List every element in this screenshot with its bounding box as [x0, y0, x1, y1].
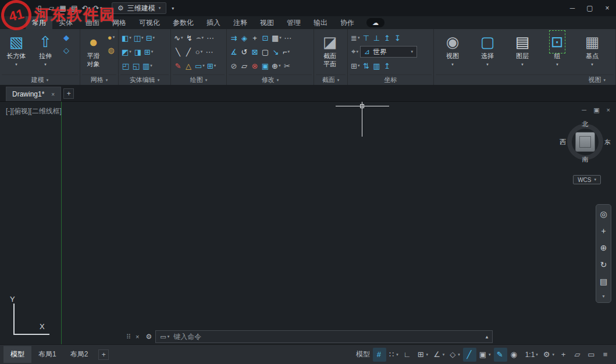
ucs-face-icon[interactable]: ↥▾ [382, 31, 392, 44]
circle-icon[interactable]: ○▾ [194, 45, 204, 58]
panel-label-view[interactable]: 视图▾ [436, 74, 614, 85]
ucs-icon[interactable]: ≣▾ [350, 31, 361, 44]
array-icon[interactable]: ▦▾ [270, 31, 283, 44]
grid-toggle[interactable]: # ▾ [373, 348, 386, 362]
qat-customize-button[interactable]: ▾ [172, 6, 174, 11]
move-icon[interactable]: +▾ [250, 31, 260, 44]
break-icon[interactable]: ✂▾ [282, 59, 292, 72]
clean-screen-toggle[interactable]: ▭ ▾ [585, 348, 599, 362]
viewcube-west[interactable]: 西 [560, 138, 566, 147]
orbit-icon[interactable]: ↻ [600, 260, 607, 269]
navbar-options-icon[interactable]: ▾ [602, 294, 604, 299]
close-button[interactable]: × [599, 0, 616, 16]
plot-icon[interactable]: ▤▾ [69, 2, 80, 15]
coordinate-system-select[interactable]: ⊿ 世界 ▾ [360, 46, 417, 58]
smooth-object-button[interactable]: ● 平滑 对象 [82, 31, 105, 74]
panel-label-solid-editing[interactable]: 实体编辑▾ [120, 74, 169, 85]
autotrack-toggle[interactable]: ╱ ▾ [463, 348, 476, 362]
command-input[interactable]: ▭▾ 键入命令 ▴ [155, 330, 493, 343]
recent-commands-icon[interactable]: ▭▾ [160, 333, 169, 341]
line-icon[interactable]: ↯▾ [184, 31, 194, 44]
explode-icon[interactable]: ▱▾ [239, 59, 250, 72]
viewport-restore-icon[interactable]: ▣ [593, 106, 599, 114]
panel-label-section[interactable]: 截面▾ [316, 74, 346, 85]
ucs-settings-icon[interactable]: ⊞▾ [350, 59, 361, 72]
minimize-button[interactable]: ─ [564, 0, 581, 16]
3d-scale-icon[interactable]: ⊡▾ [260, 31, 270, 44]
region-icon[interactable]: ⊞▾ [206, 59, 217, 72]
new-drawing-tab-button[interactable]: + [63, 88, 74, 99]
undo-icon[interactable]: ↶▾ [80, 2, 92, 15]
ucs-origin-icon[interactable]: ⌖▾ [350, 45, 360, 58]
annotation-scale-button[interactable]: 1:1 ▾ [522, 348, 540, 362]
panel-label-modify[interactable]: 修改▾ [229, 74, 312, 85]
showmotion-icon[interactable]: ▤ [600, 277, 607, 286]
pan-icon[interactable]: + [601, 226, 606, 235]
navigation-wheel-icon[interactable]: ◎ [600, 209, 607, 219]
ucs-world-icon[interactable]: ⊤▾ [361, 31, 371, 44]
drawing-tab[interactable]: Drawing1* × [6, 87, 61, 101]
viewport-close-icon[interactable]: × [607, 106, 610, 114]
new-file-icon[interactable]: ▯▾ [34, 2, 45, 15]
revolve-icon[interactable]: ◇▾ [61, 44, 72, 56]
selection-button[interactable]: ▢ 选择 ▾ [471, 31, 504, 74]
isodraft-toggle[interactable]: ◇ ▾ [447, 348, 462, 362]
dynamic-input-toggle[interactable]: ⊞ ▾ [415, 348, 430, 362]
layout1-tab[interactable]: 布局1 [31, 346, 63, 363]
viewport-controls-label[interactable]: [-][俯视][二维线框] [6, 106, 62, 116]
wcs-dropdown[interactable]: WCS ▾ [573, 175, 601, 184]
redo-icon[interactable]: ↷▾ [92, 2, 104, 15]
ribbon-tab[interactable]: 曲面 [79, 16, 106, 29]
draw-more-icon[interactable]: ⋯▾ [205, 31, 215, 44]
view-button[interactable]: ◉ 视图 ▾ [436, 31, 469, 74]
drag-handle-icon[interactable]: ⠿ [124, 333, 133, 341]
freehand-icon[interactable]: ✎▾ [173, 59, 183, 72]
ray-icon[interactable]: ╱▾ [183, 45, 194, 58]
selection-cycling-toggle[interactable]: ◉ ▾ [508, 348, 521, 362]
viewcube-south[interactable]: 南 [582, 155, 589, 164]
expand-history-icon[interactable]: ▴ [486, 334, 489, 340]
arc-icon[interactable]: ⌢▾ [194, 31, 205, 44]
smooth-more-icon[interactable]: ●▾ [106, 31, 116, 44]
save-icon[interactable]: ▦▾ [57, 2, 69, 15]
shell-icon[interactable]: ⊞▾ [143, 45, 154, 58]
ribbon-tab[interactable]: 视图 [254, 16, 280, 29]
ucs-object-icon[interactable]: ↧▾ [392, 31, 403, 44]
ribbon-tab[interactable]: 协作 [334, 16, 361, 29]
viewport-minimize-icon[interactable]: ─ [582, 106, 586, 114]
3d-move-icon[interactable]: ⇉▾ [229, 31, 239, 44]
ucs-z-axis-icon[interactable]: ⇅▾ [361, 59, 371, 72]
viewcube-east[interactable]: 东 [604, 138, 611, 147]
open-file-icon[interactable]: ▱▾ [45, 2, 57, 15]
extrude-faces-icon[interactable]: ◫▾ [133, 31, 145, 44]
copy-icon[interactable]: ▣▾ [260, 59, 270, 72]
ucs-view-icon[interactable]: ▥▾ [371, 59, 382, 72]
section-plane-button[interactable]: ◪ 截面 平面 [316, 31, 344, 74]
ribbon-tab[interactable]: 输出 [307, 16, 334, 29]
extrude-button[interactable]: ⇧ 拉伸 ▾ [31, 31, 60, 74]
rotate-icon[interactable]: ↺▾ [239, 45, 250, 58]
polar-tracking-toggle[interactable]: ∠ ▾ [431, 348, 447, 362]
box-button[interactable]: ▧ 长方体 ▾ [2, 31, 31, 74]
command-close-icon[interactable]: × [133, 333, 142, 340]
panel-label-draw[interactable]: 绘图▾ [173, 74, 225, 85]
model-tab[interactable]: 模型 [3, 346, 31, 363]
snap-toggle[interactable]: ∷ ▾ [387, 348, 401, 362]
zoom-icon[interactable]: ⊕ [600, 243, 607, 252]
ribbon-tab[interactable]: 实体 [52, 16, 79, 29]
fillet-edge-icon[interactable]: ◩▾ [120, 45, 133, 58]
trim-icon[interactable]: ⌐▾ [281, 45, 291, 58]
solid-union-icon[interactable]: ◧▾ [120, 31, 133, 44]
customize-button[interactable]: ≡ ▾ [599, 348, 613, 362]
ribbon-tab[interactable]: 网格 [106, 16, 133, 29]
xline-icon[interactable]: ╲▾ [173, 45, 183, 58]
rectangle-icon[interactable]: ▭▾ [194, 59, 206, 72]
presspull-icon[interactable]: ◆▾ [61, 31, 72, 44]
check-interference-icon[interactable]: ▥▾ [141, 59, 154, 72]
ribbon-tab[interactable]: 注释 [227, 16, 254, 29]
graphics-performance-toggle[interactable]: ▱ ▾ [571, 348, 585, 362]
ribbon-tab[interactable]: 可视化 [133, 16, 166, 29]
taper-faces-icon[interactable]: ◨▾ [133, 45, 143, 58]
panel-label-coordinates[interactable]: 坐标 [350, 74, 432, 85]
isolate-objects-toggle[interactable]: + ▾ [557, 348, 571, 362]
